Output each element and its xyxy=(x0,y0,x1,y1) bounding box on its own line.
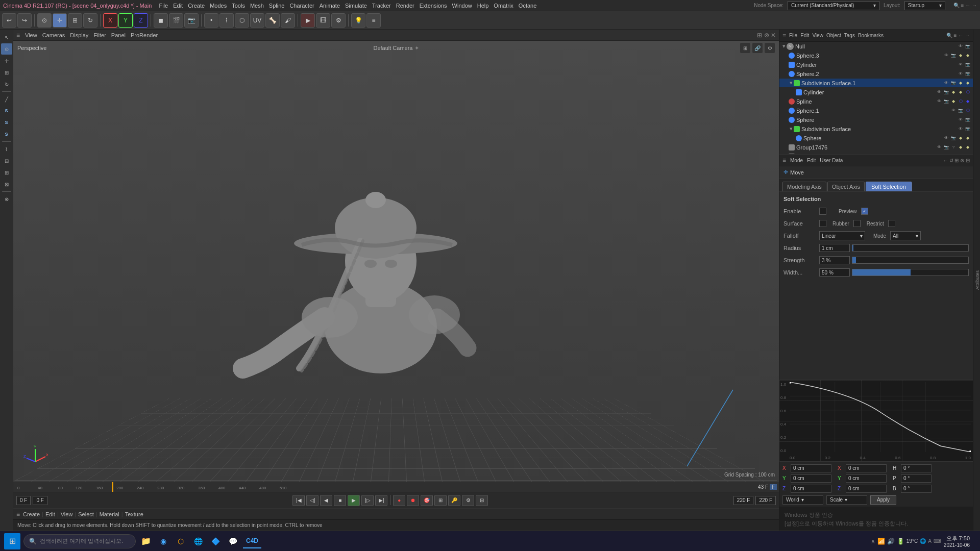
play-btn[interactable]: ▶ xyxy=(348,495,360,506)
sidebar-line-tool[interactable]: ╱ xyxy=(1,93,12,105)
sidebar-deform-tool[interactable]: ⌇ xyxy=(1,143,12,155)
obj-cyl1-vis[interactable]: 👁 xyxy=(958,62,964,68)
start-button[interactable]: ⊞ xyxy=(4,533,20,549)
mat-texture[interactable]: Texture xyxy=(125,511,143,517)
menu-octane[interactable]: Octane xyxy=(517,3,538,9)
prev-key-btn[interactable]: ◁| xyxy=(306,495,318,506)
obj-group[interactable]: Group17476 👁 📷 ? ◆ ◆ xyxy=(779,143,973,152)
attr-strength-bar[interactable] xyxy=(852,257,969,264)
obj-sphere2-render[interactable]: 📷 xyxy=(965,71,971,77)
obj-header-bookmarks[interactable]: Bookmarks xyxy=(858,33,884,38)
x-axis-btn[interactable]: X xyxy=(103,13,117,28)
attr-preview-checkbox[interactable]: ✓ xyxy=(861,208,868,215)
playback-settings-btn[interactable]: ⊟ xyxy=(476,495,488,506)
obj-cylinder1[interactable]: Cylinder 👁 📷 xyxy=(779,60,973,69)
tray-input-icon[interactable]: ⌨ xyxy=(934,538,941,544)
edge-mode-btn[interactable]: ⌇ xyxy=(219,13,234,28)
attr-radius-input[interactable]: 1 cm xyxy=(819,244,850,252)
vp-icons-right[interactable]: ⊞ ⊗ ✕ xyxy=(757,32,776,39)
obj-header-tags[interactable]: Tags xyxy=(844,33,855,38)
obj-sub1-tag2[interactable]: ◆ xyxy=(965,80,971,86)
scale-btn[interactable]: ⊞ xyxy=(68,13,82,28)
obj-sphere1-vis[interactable]: 👁 xyxy=(950,108,957,114)
obj-sub1-expand[interactable]: ▾ xyxy=(789,80,794,86)
obj-sphere1[interactable]: Sphere.1 👁 📷 ⬡ xyxy=(779,106,973,115)
attr-strength-input[interactable]: 3 % xyxy=(819,256,850,264)
attr-falloff-dropdown[interactable]: Linear ▾ xyxy=(819,231,865,240)
taskbar-search[interactable]: 🔍 검색하려면 여기에 입력하십시오. xyxy=(23,534,136,548)
obj-null-render[interactable]: 📷 xyxy=(965,43,971,49)
obj-group-tag1[interactable]: ? xyxy=(950,144,957,151)
sidebar-rotate-tool[interactable]: ↻ xyxy=(1,79,12,90)
sidebar-s-tool3[interactable]: S xyxy=(1,129,12,140)
attr-mode-btn[interactable]: Mode xyxy=(790,158,803,163)
next-key-btn[interactable]: |▷ xyxy=(361,495,374,506)
attr-radius-bar[interactable] xyxy=(852,244,969,252)
transform-h-input[interactable]: 0 ° xyxy=(901,464,932,472)
attr-rubber-checkbox[interactable] xyxy=(853,220,861,227)
attr-edit-btn[interactable]: Edit xyxy=(807,158,816,163)
sidebar-misc1[interactable]: ⊗ xyxy=(1,193,12,205)
vp-link-icon[interactable]: 🔗 xyxy=(752,43,763,53)
tab-object-axis[interactable]: Object Axis xyxy=(827,182,865,191)
menu-omatrix[interactable]: Omatrix xyxy=(492,3,516,9)
point-mode-btn[interactable]: • xyxy=(204,13,218,28)
obj-header-toggle[interactable]: ≡ xyxy=(782,32,786,39)
sidebar-scale-tool[interactable]: ⊞ xyxy=(1,67,12,78)
obj-header-edit[interactable]: Edit xyxy=(800,33,809,38)
transform-z-pos-input[interactable]: 0 cm xyxy=(791,485,831,493)
obj-cyl2-render[interactable]: 📷 xyxy=(943,89,949,95)
settings-key-btn[interactable]: ⚙ xyxy=(462,495,474,506)
obj-sub1-vis[interactable]: 👁 xyxy=(943,80,949,86)
obj-sphere-child-render[interactable]: 📷 xyxy=(950,135,957,141)
attr-enable-checkbox[interactable] xyxy=(819,208,826,215)
fps-input[interactable]: 220 F xyxy=(755,496,776,505)
menu-simulate[interactable]: Simulate xyxy=(343,3,369,9)
apply-button[interactable]: Apply xyxy=(870,495,896,505)
obj-sphere3-tag[interactable]: ◆ xyxy=(958,53,964,59)
obj-spline[interactable]: Spline 👁 📷 ◆ ⬡ ◆ xyxy=(779,97,973,106)
obj-group-render[interactable]: 📷 xyxy=(943,144,949,151)
coord-dropdown[interactable]: World ▾ xyxy=(782,495,823,505)
auto-key-btn[interactable]: ⏺ xyxy=(407,495,419,506)
obj-sphere3-vis[interactable]: 👁 xyxy=(943,53,949,59)
stop-btn[interactable]: ■ xyxy=(334,495,346,506)
attr-restrict-checkbox[interactable] xyxy=(888,220,895,227)
obj-spline-vis[interactable]: 👁 xyxy=(936,98,942,105)
motion-btn[interactable]: 🎯 xyxy=(421,495,433,506)
obj-group-vis[interactable]: 👁 xyxy=(936,144,942,151)
viewport[interactable]: Perspective Default Camera ✦ ⊞ 🔗 ⚙ Grid … xyxy=(13,41,779,482)
sidebar-layer-tool[interactable]: ⊟ xyxy=(1,155,12,166)
menu-edit[interactable]: Edit xyxy=(171,3,185,9)
redo-btn[interactable]: ↪ xyxy=(17,13,32,28)
object-btn[interactable]: ◼ xyxy=(154,13,168,28)
obj-spline-render[interactable]: 📷 xyxy=(943,98,949,105)
transform-z-pos2-input[interactable]: 0 cm xyxy=(846,485,887,493)
layout-dropdown[interactable]: Startup ▾ xyxy=(904,1,945,10)
obj-sphere-child[interactable]: Sphere 👁 📷 ◆ ◆ xyxy=(779,134,973,143)
vp-expand-icon[interactable]: ⊞ xyxy=(740,43,750,53)
tray-notification-icon[interactable]: 🌐 xyxy=(920,538,926,544)
attr-width-bar[interactable] xyxy=(852,269,969,276)
obj-sphere3-tag2[interactable]: ◆ xyxy=(965,53,971,59)
obj-sub-vis[interactable]: 👁 xyxy=(958,126,964,132)
min-frame-input[interactable]: 0 F xyxy=(33,496,47,505)
viewport-camera-icon[interactable]: ✦ xyxy=(414,45,419,51)
obj-sub-render[interactable]: 📷 xyxy=(965,126,971,132)
go-start-btn[interactable]: |◀ xyxy=(292,495,305,506)
menu-window[interactable]: Window xyxy=(450,3,474,9)
vp-cameras-menu[interactable]: Cameras xyxy=(42,32,65,38)
key-btn[interactable]: 🔑 xyxy=(448,495,460,506)
tray-speaker-icon[interactable]: 🔊 xyxy=(887,538,895,545)
top-icons[interactable]: 🔍 ≡ ← → xyxy=(953,3,977,8)
mat-edit[interactable]: Edit xyxy=(45,511,55,517)
obj-cyl2-tag2[interactable]: ◆ xyxy=(958,89,964,95)
obj-spline-tag3[interactable]: ◆ xyxy=(965,98,971,105)
menu-character[interactable]: Character xyxy=(287,3,316,9)
uv-btn[interactable]: UV xyxy=(250,13,264,28)
menu-tools[interactable]: Tools xyxy=(230,3,247,9)
poly-mode-btn[interactable]: ⬡ xyxy=(235,13,249,28)
obj-header-icons[interactable]: 🔍 ≡ ← → xyxy=(946,33,970,38)
attr-userdata-btn[interactable]: User Data xyxy=(820,158,843,163)
live-select-btn[interactable]: ⊙ xyxy=(37,13,52,28)
